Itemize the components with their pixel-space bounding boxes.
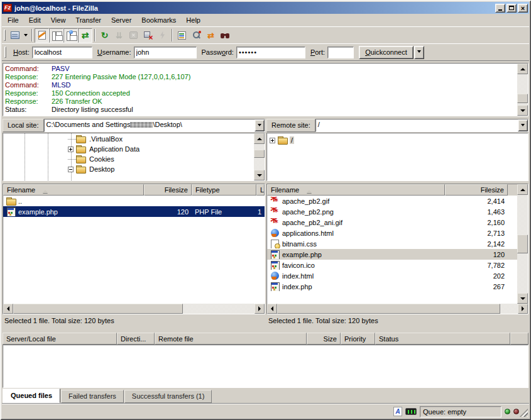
column-header-filename[interactable]: Filename [267,184,445,196]
compare-directories-button[interactable] [189,28,204,43]
local-hscrollbar[interactable] [3,304,265,314]
toggle-local-tree-button[interactable] [49,28,63,43]
queue-column-status[interactable]: Status [375,333,510,345]
toggle-remote-tree-button[interactable] [63,28,78,43]
column-header-filesize[interactable]: Filesize [144,184,192,196]
quickconnect-grip[interactable] [4,47,6,58]
scroll-thumb[interactable] [254,150,265,158]
scroll-thumb[interactable] [517,94,528,103]
maximize-button[interactable] [506,4,517,13]
local-site-combobox[interactable]: C:\Documents and Settings\Desktop\ [44,119,265,132]
file-row[interactable]: favicon.ico7,782 [267,260,517,270]
quickconnect-dropdown[interactable] [414,46,424,59]
column-header-filetype[interactable]: Filetype [192,184,256,196]
toggle-message-log-button[interactable] [35,28,49,43]
filesize-cell: 1,463 [445,208,508,216]
scroll-left-button[interactable] [267,304,277,314]
file-row[interactable]: index.html202 [267,270,517,281]
queue-column-priority[interactable]: Priority [341,333,375,345]
remote-directory-tree[interactable]: / [266,133,528,181]
column-header-filename[interactable]: Filename [3,184,144,196]
scroll-thumb[interactable] [13,304,183,314]
tree-item[interactable]: / [270,135,294,145]
tree-item[interactable]: Desktop [68,164,116,174]
scroll-thumb[interactable] [277,304,500,314]
log-vscrollbar[interactable] [517,64,528,116]
site-manager-button[interactable] [8,28,22,43]
column-header-filesize[interactable]: Filesize [445,184,508,196]
scroll-down-button[interactable] [254,170,265,180]
scroll-right-button[interactable] [518,304,528,314]
quickconnect-button[interactable]: Quickconnect [359,46,413,59]
toggle-queue-button[interactable]: ⇄ [78,28,92,43]
column-header-l[interactable]: L [256,184,265,196]
expand-icon[interactable] [68,146,74,152]
menu-view[interactable]: View [46,15,71,26]
expand-icon[interactable] [270,138,275,143]
scroll-thumb[interactable] [517,235,528,253]
collapse-icon[interactable] [68,167,74,172]
titlebar[interactable]: Fz john@localhost - FileZilla × [2,2,529,14]
scroll-up-button[interactable] [517,184,528,195]
queue-body[interactable] [3,345,528,388]
remote-hscrollbar[interactable] [267,304,528,314]
remote-site-combobox[interactable]: / [315,119,528,132]
menu-server[interactable]: Server [106,15,136,26]
file-row[interactable]: apache_pb2.png1,463 [267,206,517,217]
local-list-body[interactable]: ..example.php120PHP File1 [3,196,265,304]
local-site-dropdown-button[interactable] [255,119,265,131]
find-files-button[interactable] [218,28,233,43]
queue-column-directi[interactable]: Directi... [117,333,155,345]
tree-item[interactable]: Cookies [68,154,116,164]
scroll-right-button[interactable] [255,304,265,314]
tab-failed-transfers[interactable]: Failed transfers [61,390,124,403]
tree-item[interactable]: Application Data [68,144,141,154]
tree-item[interactable]: .VirtualBox [68,134,124,144]
remote-site-dropdown-button[interactable] [518,119,528,131]
tab-queued-files[interactable]: Queued files [3,389,60,403]
scroll-up-button[interactable] [254,133,265,144]
menu-transfer[interactable]: Transfer [70,15,106,26]
scroll-down-button[interactable] [517,105,528,116]
resize-grip[interactable] [520,409,528,417]
file-row[interactable]: example.php120 [267,249,517,260]
file-row[interactable]: example.php120PHP File1 [3,206,265,217]
scroll-down-button[interactable] [517,293,528,304]
scroll-left-button[interactable] [3,304,13,314]
site-manager-dropdown[interactable] [22,29,30,42]
close-button[interactable]: × [518,4,528,13]
menu-help[interactable]: Help [181,15,205,26]
host-input[interactable] [32,47,92,58]
file-row[interactable]: applications.html2,713 [267,228,517,238]
scroll-up-button[interactable] [517,64,528,74]
horizontal-splitter[interactable] [2,327,529,333]
queue-column-size[interactable]: Size [307,333,341,345]
file-row[interactable]: apache_pb2.gif2,414 [267,196,517,206]
queue-column-spacer[interactable] [510,333,528,345]
speed-limit-icon[interactable] [405,408,417,415]
disconnect-button[interactable]: × [141,28,155,43]
menu-bookmarks[interactable]: Bookmarks [136,15,181,26]
file-row[interactable]: index.php267 [267,281,517,292]
tab-successful-transfers-1-[interactable]: Successful transfers (1) [124,390,212,403]
refresh-button[interactable]: ↻ [97,28,112,43]
local-tree-vscrollbar[interactable] [254,133,265,180]
toolbar-grip[interactable] [4,30,6,41]
menu-file[interactable]: File [3,15,24,26]
data-type-indicator-icon[interactable]: A [393,407,402,416]
menu-edit[interactable]: Edit [24,15,46,26]
minimize-button[interactable] [495,4,505,13]
remote-list-body[interactable]: apache_pb2.gif2,414apache_pb2.png1,463ap… [267,196,517,304]
port-input[interactable] [327,47,354,58]
remote-vscrollbar[interactable] [517,184,528,304]
username-input[interactable] [134,47,197,58]
password-input[interactable] [236,47,305,58]
synchronized-browsing-button[interactable]: ⇄ [204,28,218,43]
queue-column-serverlocalfile[interactable]: Server/Local file [3,333,117,345]
file-row[interactable]: .. [3,196,265,206]
file-row[interactable]: bitnami.css2,142 [267,238,517,249]
queue-column-remotefile[interactable]: Remote file [155,333,307,345]
filter-button[interactable] [175,28,189,43]
file-row[interactable]: apache_pb2_ani.gif2,160 [267,217,517,228]
local-directory-tree[interactable]: .VirtualBoxApplication DataCookiesDeskto… [3,133,265,181]
